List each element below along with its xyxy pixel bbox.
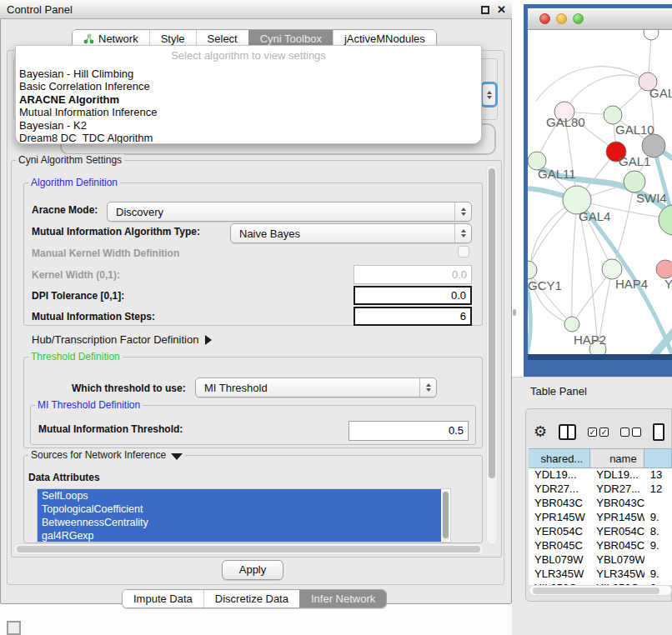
table-cell: YBR043C: [529, 497, 590, 511]
control-panel-titlebar: Control Panel ✕: [0, 0, 512, 19]
table-cell: YBR045C: [529, 539, 590, 553]
table-cell: YBR043C: [590, 497, 644, 511]
attribute-item[interactable]: SelfLoops: [38, 489, 441, 502]
mi-type-label: Mutual Information Algorithm Type:: [32, 226, 200, 238]
attribute-item[interactable]: gal4RGexp: [38, 529, 441, 542]
node-label-swi4: SWI4: [636, 191, 667, 205]
data-attributes-list[interactable]: SelfLoopsTopologicalCoefficientBetweenne…: [37, 488, 451, 542]
close-traffic-light-icon[interactable]: [539, 13, 550, 24]
panel-splitter-handle[interactable]: [513, 309, 516, 316]
attribute-item[interactable]: BetweennessCentrality: [38, 516, 441, 529]
node-label-gal-pink: GAL: [649, 86, 672, 100]
table-row[interactable]: YBL079WYBL079W: [529, 553, 672, 568]
network-node-top-partial[interactable]: [644, 30, 659, 40]
gear-icon[interactable]: ⚙: [534, 423, 547, 440]
column-header[interactable]: name: [590, 448, 644, 468]
mi-type-select[interactable]: Naive Bayes: [230, 223, 472, 243]
hub-definition-toggle[interactable]: Hub/Transcription Factor Definition: [32, 333, 212, 346]
table-cell: 12: [644, 482, 672, 497]
table-row[interactable]: YBR043CYBR043C: [529, 497, 672, 511]
stepper-icon: [454, 224, 471, 242]
table-cell: 9.: [644, 511, 672, 525]
network-edge[interactable]: [530, 200, 577, 324]
zoom-traffic-light-icon[interactable]: [573, 13, 584, 24]
table-panel-title: Table Panel: [530, 385, 587, 398]
data-attributes-label: Data Attributes: [28, 472, 100, 483]
table-cell: YER054C: [590, 525, 644, 539]
screen: Control Panel ✕ NetworkStyleSelectCyni T…: [0, 0, 672, 635]
bottom-tabbar: Impute DataDiscretize DataInfer Network: [122, 589, 387, 608]
network-window-titlebar[interactable]: [528, 8, 672, 30]
table-row[interactable]: YPR145WYPR145W9.: [529, 511, 672, 525]
node-label-gal10-small: GAL10: [615, 122, 654, 137]
attribute-item[interactable]: TopologicalCoefficient: [38, 502, 441, 516]
deselect-all-checkboxes-icon[interactable]: [620, 428, 641, 437]
document-icon[interactable]: [653, 423, 664, 441]
algorithm-combobox-stepper[interactable]: [480, 82, 498, 108]
network-edge[interactable]: [612, 182, 634, 269]
apply-button[interactable]: Apply: [222, 560, 283, 580]
column-header[interactable]: [644, 448, 672, 468]
network-node-y-salmon[interactable]: [656, 260, 672, 278]
algorithm-definition-title: Algorithm Definition: [28, 177, 120, 188]
close-icon[interactable]: ✕: [497, 3, 506, 16]
cyni-settings-title: Cyni Algorithm Settings: [16, 154, 124, 166]
tab-discretize-data[interactable]: Discretize Data: [203, 590, 299, 608]
network-node-hap2[interactable]: [564, 317, 579, 332]
table-cell: [644, 497, 672, 511]
float-window-icon[interactable]: [481, 6, 489, 14]
column-header[interactable]: shared...: [529, 448, 590, 468]
table-row[interactable]: YDR27...YDR27...12: [529, 482, 672, 497]
attributes-scrollbar[interactable]: [442, 491, 449, 541]
manual-kernel-checkbox[interactable]: [458, 246, 469, 258]
algorithm-option[interactable]: Bayesian - Hill Climbing: [16, 68, 481, 80]
network-node-big-right[interactable]: [659, 205, 672, 235]
network-window-bottom-edge: [528, 354, 672, 360]
aracne-mode-select[interactable]: Discovery: [107, 202, 472, 222]
settings-horizontal-scrollbar[interactable]: [13, 543, 484, 555]
algorithm-option[interactable]: Basic Correlation Inference: [16, 80, 481, 92]
mi-threshold-field[interactable]: 0.5: [349, 421, 469, 441]
network-node-swi4[interactable]: [624, 171, 645, 192]
which-threshold-value: MI Threshold: [196, 382, 419, 394]
table-row[interactable]: YBR045CYBR045C9.: [529, 539, 672, 553]
algorithm-option[interactable]: Bayesian - K2: [16, 119, 481, 132]
table-cell: YBL079W: [529, 553, 590, 568]
dpi-tolerance-field[interactable]: 0.0: [354, 286, 472, 305]
network-node-gal10-small[interactable]: [604, 106, 622, 124]
network-edge[interactable]: [564, 75, 648, 112]
table-row[interactable]: YER054CYER054C8.: [529, 525, 672, 539]
algorithm-option[interactable]: Mutual Information Inference: [16, 106, 481, 118]
which-threshold-select[interactable]: MI Threshold: [195, 378, 437, 398]
scrollbar-thumb[interactable]: [489, 168, 495, 478]
dock-handle-icon[interactable]: [7, 621, 21, 635]
table-header-row: shared...name: [529, 448, 672, 468]
which-threshold-label: Which threshold to use:: [72, 382, 186, 394]
scrollbar-thumb[interactable]: [17, 546, 480, 552]
minimize-traffic-light-icon[interactable]: [556, 13, 567, 24]
network-node-gcy1[interactable]: [528, 261, 537, 279]
kernel-width-field[interactable]: 0.0: [354, 265, 472, 284]
select-all-checkboxes-icon[interactable]: ✓✓: [588, 428, 609, 437]
sources-title-text: Sources for Network Inference: [31, 449, 166, 461]
aracne-mode-value: Discovery: [108, 206, 454, 218]
table-cell: YER054C: [529, 525, 590, 539]
table-horizontal-scrollbar[interactable]: [529, 585, 672, 596]
table-row[interactable]: YLR345WYLR345W9.: [529, 568, 672, 582]
node-table: shared...name YDL19...YDL19...13YDR27...…: [529, 448, 672, 585]
table-cell: YDR27...: [590, 482, 644, 497]
scrollbar-thumb[interactable]: [533, 588, 659, 594]
tab-infer-network[interactable]: Infer Network: [299, 590, 386, 608]
algorithm-option[interactable]: Dream8 DC_TDC Algorithm: [16, 132, 481, 144]
sources-title[interactable]: Sources for Network Inference: [28, 449, 185, 461]
settings-vertical-scrollbar[interactable]: [486, 165, 498, 545]
network-edge[interactable]: [572, 200, 577, 324]
network-graph[interactable]: GALGAL80GAL10GAL1GAL11SWI4GAL4GCY1HAP4YH…: [528, 30, 672, 354]
column-view-icon[interactable]: [559, 424, 576, 440]
table-row[interactable]: YDL19...YDL19...13: [529, 468, 672, 482]
node-label-gal11: GAL11: [538, 167, 576, 181]
tab-impute-data[interactable]: Impute Data: [123, 590, 203, 608]
mi-steps-field[interactable]: 6: [354, 307, 472, 326]
algorithm-option[interactable]: ARACNE Algorithm: [16, 93, 481, 106]
network-canvas[interactable]: GALGAL80GAL10GAL1GAL11SWI4GAL4GCY1HAP4YH…: [528, 30, 672, 354]
